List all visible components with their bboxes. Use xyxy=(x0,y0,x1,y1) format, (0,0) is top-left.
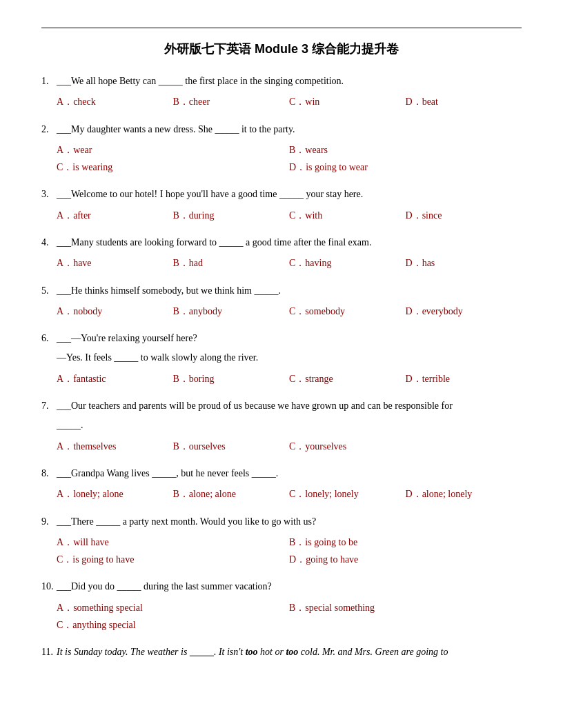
option-label: A． xyxy=(57,306,73,316)
option-label: A． xyxy=(57,441,73,452)
question-line: 2.___My daughter wants a new dress. She … xyxy=(41,122,522,137)
question-blank-prefix: ___ xyxy=(57,466,71,481)
italic-text: It is Sunday today. The weather is _____… xyxy=(57,647,448,657)
option: D．going to have xyxy=(289,551,522,568)
option-label: B． xyxy=(173,258,189,268)
question-block: 4.___Many students are looking forward t… xyxy=(41,235,522,272)
question-line: 9.___There _____ a party next month. Wou… xyxy=(41,514,522,529)
option: A．will have xyxy=(57,534,289,551)
option-label: A． xyxy=(57,145,73,155)
option-text: something special xyxy=(73,603,143,613)
option-label: B． xyxy=(289,537,305,547)
option: A．something special xyxy=(57,599,289,616)
options-col: A．wearB．wearsC．is wearingD．is going to w… xyxy=(57,141,522,176)
option-text: wears xyxy=(305,145,328,155)
question-line: 8.___Grandpa Wang lives _____, but he ne… xyxy=(41,466,522,481)
option-label: C． xyxy=(289,374,305,384)
question-line: 4.___Many students are looking forward t… xyxy=(41,235,522,250)
option: B．wears xyxy=(289,141,522,159)
question-text: Grandpa Wang lives _____, but he never f… xyxy=(71,466,522,481)
option: B．boring xyxy=(173,370,290,387)
question-block: 5.___He thinks himself somebody, but we … xyxy=(41,283,522,321)
question-number: 11. xyxy=(41,645,57,660)
question-blank-prefix: ___ xyxy=(57,283,71,299)
option-text: anything special xyxy=(72,620,135,630)
options-row: A．nobodyB．anybodyC．somebodyD．everybody xyxy=(57,303,522,320)
page-title: 外研版七下英语 Module 3 综合能力提升卷 xyxy=(41,41,522,57)
question-text: We all hope Betty can _____ the first pl… xyxy=(71,74,522,89)
option-label: C． xyxy=(289,441,305,452)
option-text: cheer xyxy=(189,97,210,107)
option-label: A． xyxy=(57,97,73,107)
question-number: 1. xyxy=(41,74,57,89)
option: C．strange xyxy=(289,370,406,387)
option-label: A． xyxy=(57,537,73,547)
option-text: with xyxy=(305,210,322,221)
option-text: wear xyxy=(73,145,92,155)
option: D．since xyxy=(406,207,522,224)
option-text: boring xyxy=(189,374,215,384)
option-label: C． xyxy=(289,210,305,221)
option-label: A． xyxy=(57,258,73,268)
option-label: C． xyxy=(57,620,72,630)
option: B．cheer xyxy=(173,93,290,110)
option-label: D． xyxy=(289,162,306,172)
option: C．somebody xyxy=(289,303,406,320)
option: B．during xyxy=(173,207,290,224)
question-number: 2. xyxy=(41,122,57,137)
question-text: Did you do _____ during the last summer … xyxy=(71,579,522,594)
question-number: 4. xyxy=(41,235,57,250)
option: B．ourselves xyxy=(173,438,290,455)
option-text: themselves xyxy=(73,441,116,452)
option-text: going to have xyxy=(306,554,358,565)
question-blank-prefix: ___ xyxy=(57,398,71,414)
question-blank-prefix: ___ xyxy=(57,579,71,594)
option-text: had xyxy=(189,258,203,268)
option-text: has xyxy=(422,258,435,268)
questions-container: 1.___We all hope Betty can _____ the fir… xyxy=(41,74,522,660)
option: A．after xyxy=(57,207,173,224)
question-blank-prefix: ___ xyxy=(57,74,71,89)
options-row: A．fantasticB．boringC．strangeD．terrible xyxy=(57,370,522,387)
option-text: nobody xyxy=(73,306,102,316)
option-label: C． xyxy=(289,306,305,316)
question-block: 8.___Grandpa Wang lives _____, but he ne… xyxy=(41,466,522,503)
question-line: 1.___We all hope Betty can _____ the fir… xyxy=(41,74,522,89)
option-text: having xyxy=(305,258,331,268)
option-text: alone; alone xyxy=(189,489,236,499)
question-blank-prefix: ___ xyxy=(57,235,71,250)
option: B．anybody xyxy=(173,303,290,320)
option-label: D． xyxy=(406,489,422,499)
question-number: 3. xyxy=(41,187,57,202)
option: A．lonely; alone xyxy=(57,485,173,503)
question-text: —You're relaxing yourself here? xyxy=(71,331,522,346)
option-text: fantastic xyxy=(73,374,106,384)
option-label: C． xyxy=(57,162,72,172)
option-text: somebody xyxy=(305,306,345,316)
option-label: D． xyxy=(406,258,422,268)
option: C．anything special xyxy=(57,616,289,634)
question-blank-prefix: ___ xyxy=(57,122,71,137)
question-text-2: _____. xyxy=(57,418,522,433)
question-line-2: —Yes. It feels _____ to walk slowly alon… xyxy=(57,350,522,365)
option-text: during xyxy=(189,210,215,221)
question-text-2: —Yes. It feels _____ to walk slowly alon… xyxy=(57,350,522,365)
option-label: D． xyxy=(406,97,422,107)
option-label: A． xyxy=(57,374,73,384)
option: B．had xyxy=(173,254,290,272)
question-text: He thinks himself somebody, but we think… xyxy=(71,283,522,299)
question-line: 3.___Welcome to our hotel! I hope you'll… xyxy=(41,187,522,202)
option-label: A． xyxy=(57,489,73,499)
option: D．everybody xyxy=(406,303,522,320)
option-text: is going to wear xyxy=(306,162,368,172)
option: A．fantastic xyxy=(57,370,173,387)
option-text: everybody xyxy=(422,306,463,316)
option-label: D． xyxy=(406,306,422,316)
question-block: 6.___—You're relaxing yourself here?—Yes… xyxy=(41,331,522,387)
option-text: terrible xyxy=(422,374,450,384)
option-text: is wearing xyxy=(72,162,112,172)
option-label: C． xyxy=(289,489,305,499)
options-col: A．something specialB．special somethingC．… xyxy=(57,599,522,634)
option: A．wear xyxy=(57,141,289,159)
question-block: 2.___My daughter wants a new dress. She … xyxy=(41,122,522,176)
